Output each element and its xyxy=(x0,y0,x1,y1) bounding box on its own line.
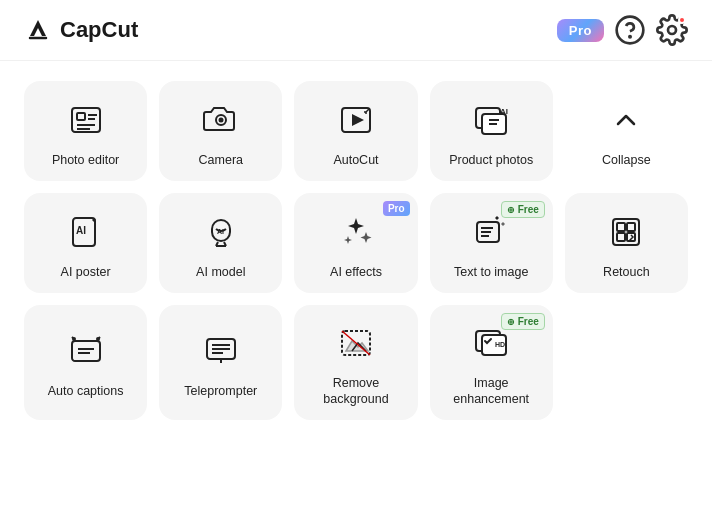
grid-item-ai-model[interactable]: AI AI model xyxy=(159,193,282,293)
svg-marker-13 xyxy=(352,114,364,126)
grid-item-text-to-image[interactable]: Free Text to image xyxy=(430,193,553,293)
ai-poster-icon: AI xyxy=(64,210,108,254)
ai-poster-label: AI poster xyxy=(61,264,111,280)
teleprompter-icon xyxy=(199,329,243,373)
app-logo: CapCut xyxy=(24,16,138,44)
svg-text:HD: HD xyxy=(495,341,505,348)
auto-captions-icon xyxy=(64,329,108,373)
svg-rect-5 xyxy=(77,113,85,120)
grid-item-image-enhancement[interactable]: Free HD Image enhancement xyxy=(430,305,553,420)
grid-item-photo-editor[interactable]: Photo editor xyxy=(24,81,147,181)
logo-text: CapCut xyxy=(60,17,138,43)
retouch-label: Retouch xyxy=(603,264,650,280)
camera-icon xyxy=(199,98,243,142)
auto-captions-label: Auto captions xyxy=(48,383,124,399)
photo-editor-icon xyxy=(64,98,108,142)
grid-item-camera[interactable]: Camera xyxy=(159,81,282,181)
grid-item-remove-background[interactable]: Remove background xyxy=(294,305,417,420)
ai-model-label: AI model xyxy=(196,264,245,280)
svg-text:AI: AI xyxy=(217,228,224,235)
grid-item-retouch[interactable]: Retouch xyxy=(565,193,688,293)
grid-item-product-photos[interactable]: AI Product photos xyxy=(430,81,553,181)
product-photos-icon: AI xyxy=(469,98,513,142)
collapse-label: Collapse xyxy=(602,152,651,168)
retouch-icon xyxy=(604,210,648,254)
remove-background-label: Remove background xyxy=(302,375,409,408)
app-header: CapCut Pro xyxy=(0,0,712,61)
svg-rect-27 xyxy=(617,223,625,231)
logo-icon xyxy=(24,16,52,44)
product-photos-label: Product photos xyxy=(449,152,533,168)
header-actions: Pro xyxy=(557,14,688,46)
notification-dot xyxy=(678,16,686,24)
ai-effects-badge: Pro xyxy=(383,201,410,216)
remove-background-icon xyxy=(334,321,378,365)
grid-item-auto-captions[interactable]: Auto captions xyxy=(24,305,147,420)
text-to-image-badge: Free xyxy=(501,201,545,218)
svg-rect-31 xyxy=(72,341,100,361)
svg-point-35 xyxy=(96,337,100,341)
grid-item-autocut[interactable]: AutoCut xyxy=(294,81,417,181)
svg-point-3 xyxy=(668,26,676,34)
svg-rect-28 xyxy=(627,223,635,231)
photo-editor-label: Photo editor xyxy=(52,152,119,168)
tools-grid: Photo editor Camera xyxy=(24,81,688,420)
ai-effects-icon xyxy=(334,210,378,254)
ai-effects-label: AI effects xyxy=(330,264,382,280)
svg-point-34 xyxy=(72,337,76,341)
image-enhancement-label: Image enhancement xyxy=(438,375,545,408)
grid-item-ai-poster[interactable]: AI AI poster xyxy=(24,193,147,293)
grid-item-collapse[interactable]: Collapse xyxy=(565,81,688,181)
autocut-label: AutoCut xyxy=(333,152,378,168)
pro-badge[interactable]: Pro xyxy=(557,19,604,42)
svg-rect-29 xyxy=(617,233,625,241)
text-to-image-label: Text to image xyxy=(454,264,528,280)
tools-grid-container: Photo editor Camera xyxy=(0,61,712,440)
svg-point-11 xyxy=(218,117,223,122)
ai-model-icon: AI xyxy=(199,210,243,254)
camera-label: Camera xyxy=(199,152,243,168)
teleprompter-label: Teleprompter xyxy=(184,383,257,399)
svg-text:AI: AI xyxy=(500,107,508,116)
image-enhancement-badge: Free xyxy=(501,313,545,330)
autocut-icon xyxy=(334,98,378,142)
grid-item-ai-effects[interactable]: Pro AI effects xyxy=(294,193,417,293)
settings-button[interactable] xyxy=(656,14,688,46)
grid-item-teleprompter[interactable]: Teleprompter xyxy=(159,305,282,420)
help-button[interactable] xyxy=(614,14,646,46)
collapse-icon xyxy=(604,98,648,142)
svg-text:AI: AI xyxy=(76,225,86,236)
